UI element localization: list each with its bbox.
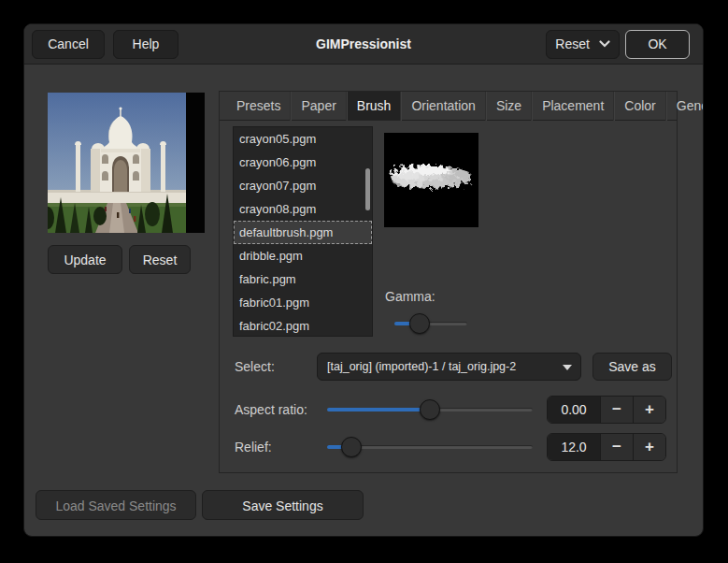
header-bar: Cancel Help GIMPressionist Reset OK	[24, 24, 703, 65]
reset-dropdown-button[interactable]: Reset	[546, 30, 620, 59]
brush-stroke-picture	[384, 133, 478, 227]
aspect-ratio-slider-handle[interactable]	[420, 399, 440, 420]
list-item[interactable]: crayon08.pgm	[234, 197, 372, 221]
aspect-ratio-slider-fill	[327, 408, 430, 411]
chevron-down-icon	[599, 40, 610, 48]
tab-presets[interactable]: Presets	[227, 92, 291, 121]
screen: Cancel Help GIMPressionist Reset OK	[0, 0, 728, 563]
tab-orientation[interactable]: Orientation	[401, 92, 485, 121]
gimpressionist-dialog: Cancel Help GIMPressionist Reset OK	[23, 23, 704, 537]
gamma-label: Gamma:	[385, 289, 435, 304]
help-button[interactable]: Help	[113, 30, 178, 59]
aspect-ratio-minus-button[interactable]: −	[600, 397, 633, 423]
gamma-slider-handle[interactable]	[409, 313, 430, 334]
list-item[interactable]: fabric02.pgm	[234, 314, 372, 337]
list-item[interactable]: crayon06.pgm	[234, 151, 372, 174]
tab-paper[interactable]: Paper	[291, 92, 346, 121]
settings-notebook: PresetsPaperBrushOrientationSizePlacemen…	[219, 91, 678, 473]
tab-size[interactable]: Size	[486, 92, 532, 121]
relief-minus-button[interactable]: −	[600, 434, 633, 460]
relief-slider[interactable]	[327, 437, 533, 457]
preview-image	[48, 93, 205, 233]
list-item[interactable]: defaultbrush.pgm	[234, 221, 372, 244]
gamma-slider[interactable]	[394, 313, 467, 334]
brush-source-value: [taj_orig] (imported)-1 / taj_orig.jpg-2	[327, 360, 516, 373]
list-item[interactable]: dribble.pgm	[234, 244, 372, 267]
tab-brush[interactable]: Brush	[347, 92, 402, 121]
save-settings-button[interactable]: Save Settings	[202, 490, 364, 520]
aspect-ratio-spinbox: 0.00 − +	[547, 396, 666, 424]
list-item[interactable]: crayon05.pgm	[234, 127, 372, 151]
save-as-button[interactable]: Save as	[592, 353, 672, 381]
brush-list[interactable]: crayon05.pgmcrayon06.pgmcrayon07.pgmcray…	[233, 126, 373, 337]
relief-slider-handle[interactable]	[341, 437, 362, 457]
tab-general[interactable]: General	[666, 92, 704, 121]
aspect-ratio-label: Aspect ratio:	[235, 402, 307, 417]
triangle-down-icon	[563, 365, 572, 370]
relief-spinbox: 12.0 − +	[547, 433, 666, 461]
load-saved-settings-button[interactable]: Load Saved Settings	[36, 490, 196, 520]
list-item[interactable]: fabric.pgm	[234, 267, 372, 291]
tab-bar: PresetsPaperBrushOrientationSizePlacemen…	[220, 92, 677, 121]
brush-thumbnail	[384, 133, 478, 227]
select-label: Select:	[235, 359, 275, 374]
aspect-ratio-value[interactable]: 0.00	[548, 397, 600, 423]
relief-label: Relief:	[235, 440, 272, 455]
cancel-button[interactable]: Cancel	[32, 30, 105, 59]
list-item[interactable]: fabric01.pgm	[234, 291, 372, 314]
reset-button-label: Reset	[555, 36, 590, 51]
aspect-ratio-plus-button[interactable]: +	[633, 397, 665, 423]
preview-reset-button[interactable]: Reset	[129, 245, 191, 274]
relief-value[interactable]: 12.0	[548, 434, 600, 460]
update-button[interactable]: Update	[48, 245, 122, 274]
ok-button[interactable]: OK	[625, 30, 690, 59]
list-scrollbar[interactable]	[365, 168, 370, 210]
tab-placement[interactable]: Placement	[532, 92, 614, 121]
brush-source-dropdown[interactable]: [taj_orig] (imported)-1 / taj_orig.jpg-2	[317, 353, 581, 381]
tab-color[interactable]: Color	[614, 92, 665, 121]
aspect-ratio-slider[interactable]	[327, 399, 533, 420]
list-item[interactable]: crayon07.pgm	[234, 174, 372, 197]
relief-plus-button[interactable]: +	[633, 434, 665, 460]
taj-mahal-preview-picture	[48, 93, 186, 233]
